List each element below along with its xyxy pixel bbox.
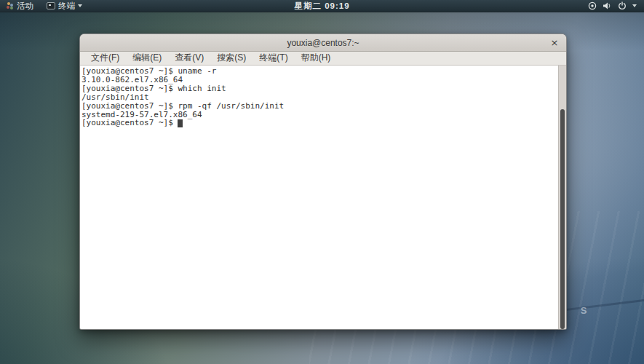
menu-item[interactable]: 终端(T) [253,51,294,66]
menu-item[interactable]: 帮助(H) [295,51,338,66]
distro-logo-icon [7,2,14,9]
terminal-cursor [178,119,183,127]
menu-item[interactable]: 文件(F) [84,51,126,66]
terminal-content[interactable]: [youxia@centos7 ~]$ uname -r3.10.0-862.e… [80,66,566,329]
terminal-prompt: [youxia@centos7 ~]$ [82,118,178,127]
terminal-output-line: [youxia@centos7 ~]$ rpm -qf /usr/sbin/in… [82,102,554,111]
app-menu-terminal[interactable]: 终端 [40,0,89,12]
desktop: O S 活动 终端 星期二 09:19 [0,0,644,364]
orientation-lock-icon [588,1,597,10]
menu-item[interactable]: 搜索(S) [210,51,253,66]
top-panel-left: 活动 终端 [0,0,89,12]
terminal-window: youxia@centos7:~ × 文件(F)编辑(E)查看(V)搜索(S)终… [79,33,567,330]
scrollbar-track[interactable] [558,66,566,329]
chevron-down-icon [632,4,637,7]
terminal-app-icon [47,2,55,9]
activities-button[interactable]: 活动 [0,0,40,12]
system-status-area[interactable] [581,0,644,12]
menu-bar: 文件(F)编辑(E)查看(V)搜索(S)终端(T)帮助(H) [80,52,566,66]
menu-item[interactable]: 编辑(E) [126,51,168,66]
window-titlebar[interactable]: youxia@centos7:~ × [80,34,566,52]
chevron-down-icon [78,4,82,7]
activities-label: 活动 [17,1,33,12]
terminal-output: [youxia@centos7 ~]$ uname -r3.10.0-862.e… [82,67,554,119]
scrollbar-thumb[interactable] [560,109,565,329]
window-title: youxia@centos7:~ [287,38,359,48]
menu-item[interactable]: 查看(V) [168,51,210,66]
app-menu-label: 终端 [58,1,75,12]
terminal-output-line: /usr/sbin/init [82,93,554,102]
power-icon [618,1,627,10]
terminal-output-line: [youxia@centos7 ~]$ which init [82,84,554,93]
volume-icon [603,1,612,10]
top-panel: 活动 终端 星期二 09:19 [0,0,644,12]
clock[interactable]: 星期二 09:19 [0,1,644,12]
close-button[interactable]: × [547,34,562,51]
terminal-prompt-line: [youxia@centos7 ~]$ [82,119,554,127]
